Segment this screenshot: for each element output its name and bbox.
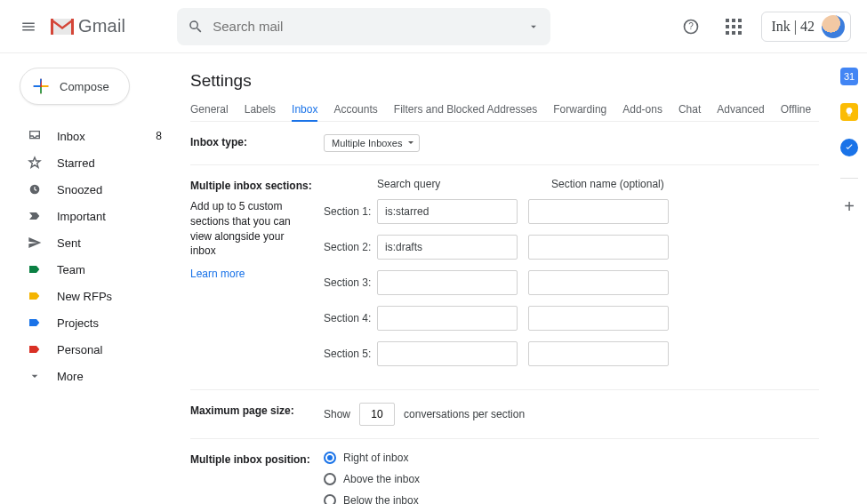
position-option-2[interactable]: Below the inbox (324, 494, 420, 504)
tab-labels[interactable]: Labels (245, 103, 276, 116)
tab-chat[interactable]: Chat (678, 103, 701, 116)
section-query-input-4[interactable] (377, 306, 518, 331)
svg-rect-12 (738, 31, 742, 35)
calendar-icon: 31 (844, 71, 855, 82)
section-query-input-3[interactable] (377, 270, 518, 295)
svg-rect-4 (726, 19, 729, 22)
sections-grid: Search query Section name (optional) Sec… (324, 178, 702, 377)
section-query-input-1[interactable] (377, 199, 518, 224)
sidebar-item-important[interactable]: Important (7, 203, 178, 229)
rail-separator (840, 178, 858, 179)
svg-rect-8 (732, 25, 735, 28)
account-chip[interactable]: Ink | 42 (761, 12, 851, 42)
gmail-logo-icon (50, 17, 75, 36)
section-row-4: Section 4: (324, 306, 702, 331)
search-bar[interactable] (177, 8, 550, 45)
sidebar: Compose Inbox8StarredSnoozedImportantSen… (0, 64, 178, 389)
sidebar-item-starred[interactable]: Starred (7, 149, 178, 176)
section-row-label: Section 2: (324, 241, 377, 253)
tab-filters-and-blocked-addresses[interactable]: Filters and Blocked Addresses (394, 103, 537, 116)
apps-icon (726, 19, 742, 35)
keep-addon[interactable] (840, 103, 858, 121)
label-green-icon (27, 261, 43, 277)
sidebar-item-projects[interactable]: Projects (7, 309, 178, 336)
page-size-suffix: conversations per section (404, 408, 525, 420)
sidebar-item-label: Team (57, 263, 85, 276)
section-inbox-type: Inbox type: Multiple Inboxes (190, 122, 819, 165)
tab-forwarding[interactable]: Forwarding (553, 103, 606, 116)
sidebar-item-new-rfps[interactable]: New RFPs (7, 283, 178, 309)
topbar: Gmail ? Ink | 42 (0, 0, 867, 53)
section-name-input-2[interactable] (528, 235, 669, 260)
svg-rect-10 (726, 31, 729, 35)
compose-button[interactable]: Compose (20, 68, 130, 105)
inbox-type-label: Inbox type: (190, 134, 324, 148)
section-row-3: Section 3: (324, 270, 702, 295)
section-query-input-2[interactable] (377, 235, 518, 260)
svg-rect-5 (732, 19, 735, 22)
calendar-addon[interactable]: 31 (840, 68, 858, 85)
page-title: Settings (190, 71, 819, 91)
position-label: Multiple inbox position: (190, 452, 324, 466)
inbox-type-dropdown[interactable]: Multiple Inboxes (324, 134, 420, 152)
tab-advanced[interactable]: Advanced (717, 103, 764, 116)
multi-inbox-desc: Add up to 5 custom sections that you can… (190, 199, 306, 259)
sidebar-item-label: Important (57, 210, 106, 223)
section-name-input-5[interactable] (528, 341, 669, 366)
sidebar-item-label: Starred (57, 156, 95, 170)
svg-text:?: ? (689, 21, 694, 31)
sidebar-item-team[interactable]: Team (7, 256, 178, 283)
page-size-input[interactable] (359, 403, 395, 426)
gmail-logo[interactable]: Gmail (50, 16, 125, 36)
search-options-icon[interactable] (527, 20, 540, 33)
section-name-input-4[interactable] (528, 306, 669, 331)
svg-rect-11 (732, 31, 735, 35)
sidebar-item-label: New RFPs (57, 290, 112, 303)
section-name-input-3[interactable] (528, 270, 669, 295)
tab-general[interactable]: General (190, 103, 229, 116)
section-row-1: Section 1: (324, 199, 702, 224)
hamburger-icon (20, 19, 36, 35)
sidebar-item-more[interactable]: More (7, 363, 178, 389)
keep-icon (844, 107, 855, 117)
sidebar-item-badge: 8 (156, 130, 162, 142)
section-position: Multiple inbox position: Right of inboxA… (190, 439, 819, 504)
tab-inbox[interactable]: Inbox (292, 103, 317, 122)
tab-add-ons[interactable]: Add-ons (622, 103, 662, 116)
sidebar-item-label: Snoozed (57, 183, 102, 196)
section-name-input-1[interactable] (528, 199, 669, 224)
label-blue-icon (27, 315, 43, 331)
section-row-5: Section 5: (324, 341, 702, 366)
position-radio-group: Right of inboxAbove the inboxBelow the i… (324, 452, 420, 504)
search-icon (188, 19, 204, 35)
page-size-prefix: Show (324, 408, 350, 420)
position-option-label: Above the inbox (343, 473, 420, 485)
sidebar-item-inbox[interactable]: Inbox8 (7, 123, 178, 149)
tasks-addon[interactable] (840, 139, 858, 156)
position-option-0[interactable]: Right of inbox (324, 452, 420, 464)
star-icon (27, 155, 43, 171)
svg-rect-0 (51, 19, 53, 35)
sidebar-item-personal[interactable]: Personal (7, 336, 178, 363)
page-size-label: Maximum page size: (190, 403, 324, 417)
section-multi-inbox: Multiple inbox sections: Add up to 5 cus… (190, 165, 819, 390)
svg-rect-9 (738, 25, 742, 28)
tab-accounts[interactable]: Accounts (333, 103, 377, 116)
sidebar-item-snoozed[interactable]: Snoozed (7, 176, 178, 203)
apps-button[interactable] (718, 12, 749, 42)
sidebar-item-label: Projects (57, 316, 99, 330)
search-input[interactable] (204, 18, 527, 35)
tab-offline[interactable]: Offline (781, 103, 811, 116)
add-addon-button[interactable]: + (844, 196, 855, 217)
app-name: Gmail (78, 16, 125, 36)
side-rail: 31 + (831, 68, 867, 217)
learn-more-link[interactable]: Learn more (190, 268, 324, 280)
radio-icon (324, 473, 336, 485)
sidebar-item-sent[interactable]: Sent (7, 229, 178, 256)
sidebar-item-label: Personal (57, 343, 102, 356)
main-menu-button[interactable] (11, 19, 46, 35)
help-button[interactable]: ? (676, 12, 706, 42)
position-option-1[interactable]: Above the inbox (324, 473, 420, 485)
main-content: Settings GeneralLabelsInboxAccountsFilte… (178, 53, 831, 504)
section-query-input-5[interactable] (377, 341, 518, 366)
